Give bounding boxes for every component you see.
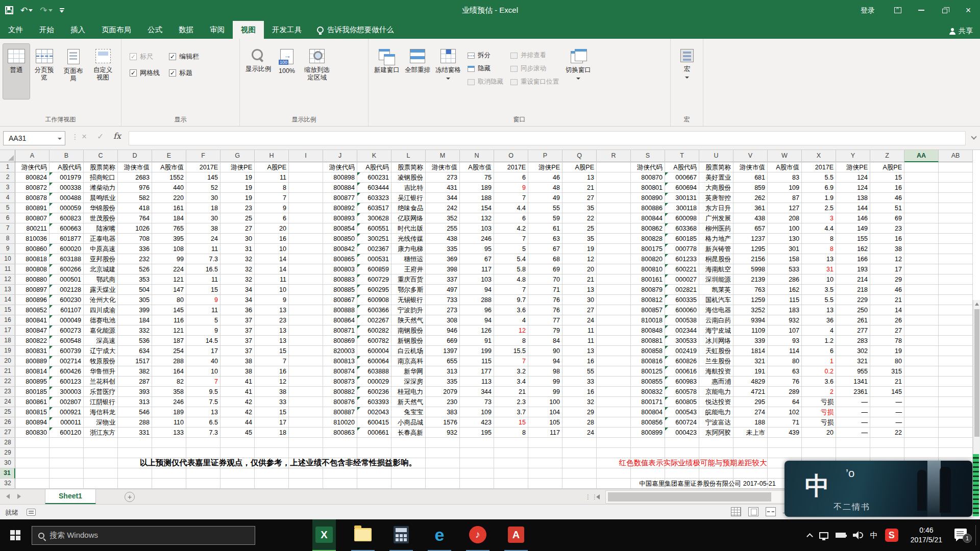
cell[interactable]: 98 [528,366,562,377]
cell[interactable]: 600426 [50,366,84,377]
cell[interactable]: 300628 [357,213,391,223]
cell[interactable]: 浙江东方 [84,428,118,438]
cell[interactable]: 147 [152,285,186,295]
cell[interactable]: 603517 [357,203,391,213]
cell[interactable]: 800877 [323,193,357,203]
cell[interactable]: 600805 [665,397,699,407]
cell[interactable]: 3.7 [494,407,528,417]
cell[interactable]: 601107 [50,305,84,315]
cell[interactable]: 600231 [357,172,391,183]
cell[interactable]: 71 [528,285,562,295]
cell[interactable]: 海南航空 [699,264,733,274]
cell[interactable]: 800894 [15,417,50,428]
cell[interactable]: 1109 [733,325,768,336]
cell[interactable]: 英唐智控 [699,193,733,203]
column-header-V[interactable]: V [733,150,768,162]
row-header-28[interactable]: 28 [0,438,15,448]
cell[interactable]: 800852 [15,305,50,315]
cell[interactable]: 600185 [665,234,699,244]
cell[interactable]: 游侠代码 [323,162,357,172]
cell[interactable]: 3.5 [802,285,836,295]
column-header-H[interactable]: H [255,150,289,162]
cell[interactable]: 166 [836,254,870,264]
cell[interactable]: 4829 [733,377,768,387]
cell[interactable]: 兰花科创 [84,377,118,387]
cell[interactable]: 800175 [631,244,665,254]
cell[interactable]: 亚邦股份 [84,254,118,264]
cell[interactable]: 兰生股份 [699,356,733,366]
cell[interactable]: 002821 [665,285,699,295]
cell[interactable]: 230 [426,397,460,407]
cell[interactable]: 127 [768,203,802,213]
cell[interactable]: 80 [768,356,802,366]
cell[interactable]: 504 [118,285,152,295]
row-header-12[interactable]: 12 [0,274,15,285]
cell[interactable]: 91 [460,336,494,346]
cell[interactable]: 76 [768,377,802,387]
cell[interactable]: 8 [494,428,528,438]
cell[interactable]: 37 [220,346,255,356]
cell[interactable]: 33 [562,377,597,387]
cell[interactable]: 2017E [494,162,528,172]
cell[interactable]: 亿联网络 [391,213,426,223]
taskbar-music-button[interactable]: ♪ [466,519,489,551]
freeze-panes-button[interactable]: 冻结窗格 [433,44,463,99]
cell[interactable]: 3.6 [802,377,836,387]
cell[interactable]: 6 [494,172,528,183]
cell[interactable]: 254 [152,346,186,356]
cell[interactable]: 601233 [665,254,699,264]
cell[interactable]: 105 [528,417,562,428]
cell[interactable]: 22 [870,428,904,438]
cell[interactable]: 24 [562,315,597,325]
cell[interactable]: 000778 [665,244,699,254]
cell[interactable]: 431 [426,183,460,193]
cell[interactable]: 600004 [357,346,391,356]
cell[interactable]: 13 [562,346,597,356]
column-header-D[interactable]: D [118,150,152,162]
cell[interactable]: 中原高速 [84,244,118,254]
start-button[interactable] [0,519,31,551]
cell[interactable]: 273 [426,305,460,315]
cell[interactable]: 冰川网络 [699,336,733,346]
column-header-P[interactable]: P [528,150,562,162]
cell[interactable]: 94 [460,315,494,325]
window-拆分-button[interactable]: 拆分 [468,51,503,60]
cell[interactable]: 新兴铸管 [699,244,733,254]
cell[interactable]: 149 [836,223,870,234]
cell[interactable]: 19 [562,244,597,254]
cell[interactable]: 鄂尔多斯 [391,285,426,295]
cell[interactable]: 800889 [15,356,50,366]
cell[interactable]: 800876 [323,397,357,407]
cell[interactable]: 游侠市值 [426,162,460,172]
cell[interactable]: 188 [460,193,494,203]
column-header-E[interactable]: E [152,150,186,162]
cell[interactable]: 183 [768,305,802,315]
cell[interactable]: 1576 [426,417,460,428]
cell[interactable]: — [870,407,904,417]
cell[interactable]: 800857 [631,305,665,315]
cell[interactable]: 145 [152,305,186,315]
cell[interactable]: 8 [802,234,836,244]
cell[interactable]: 121 [152,325,186,336]
taskbar-excel-button[interactable]: X [312,519,336,551]
formula-input[interactable] [129,131,966,145]
normal-view-icon[interactable] [731,507,741,516]
cell[interactable]: 5.5 [802,295,836,305]
cell[interactable]: 13 [562,172,597,183]
cell[interactable]: 600098 [665,213,699,223]
cell[interactable]: 2 [802,387,836,397]
cell[interactable]: 69 [528,264,562,274]
window-隐藏-button[interactable]: 隐藏 [468,64,503,73]
cell[interactable]: 800818 [15,254,50,264]
cell[interactable]: 800867 [323,295,357,305]
cell[interactable]: 乐普医疗 [84,387,118,397]
cell[interactable]: 733 [426,295,460,305]
cell[interactable]: 800896 [15,295,50,305]
cell[interactable]: 288 [118,417,152,428]
row-header-31[interactable]: 31 [0,468,15,479]
column-header-S[interactable]: S [631,150,665,162]
cell[interactable]: 800161 [631,274,665,285]
cell[interactable]: 955 [836,366,870,377]
cell[interactable]: — [836,407,870,417]
cell[interactable]: 634 [118,346,152,356]
